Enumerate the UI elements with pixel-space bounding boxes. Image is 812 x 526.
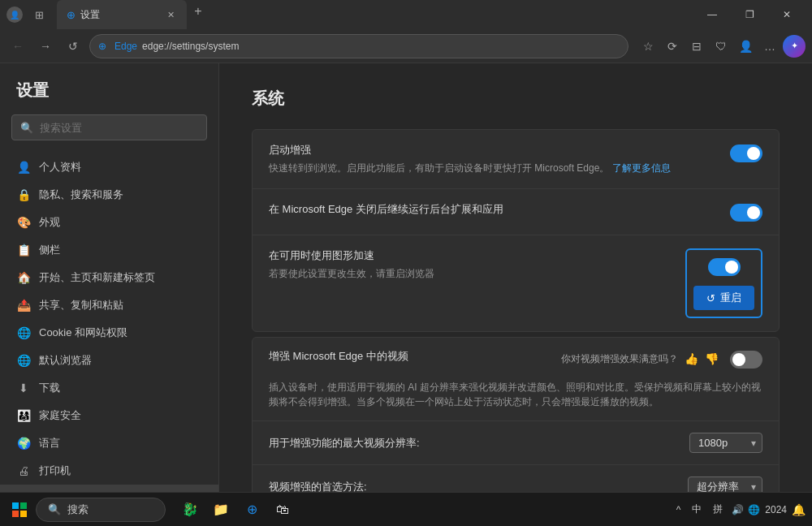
back-button[interactable]: ← bbox=[6, 35, 29, 58]
taskbar-app-explorer[interactable]: 📁 bbox=[206, 495, 235, 524]
taskbar-app-edge[interactable]: ⊕ bbox=[237, 495, 266, 524]
gpu-info: 在可用时使用图形加速 若要使此设置更改生效，请重启浏览器 bbox=[269, 248, 676, 281]
sidebar-icon-6: 🌐 bbox=[16, 326, 31, 340]
search-input[interactable] bbox=[40, 122, 198, 134]
sidebar-label-8: 下载 bbox=[39, 381, 60, 395]
gpu-toggle-restart: ↺ 重启 bbox=[685, 248, 762, 318]
speaker-icon[interactable]: 🔊 bbox=[731, 503, 744, 516]
title-bar-left: 👤 ⊞ bbox=[6, 3, 50, 26]
sidebar-item-10[interactable]: 🌍语言 bbox=[0, 429, 218, 457]
minimize-button[interactable]: — bbox=[693, 0, 731, 29]
sidebar-label-5: 共享、复制和粘贴 bbox=[39, 298, 123, 313]
thumbs-up-icon[interactable]: 👍 bbox=[685, 352, 698, 365]
close-button[interactable]: ✕ bbox=[768, 0, 806, 29]
extensions-icon[interactable]: ⊞ bbox=[28, 3, 50, 26]
address-input-wrapper[interactable]: ⊕ Edge edge://settings/system bbox=[89, 34, 628, 58]
video-header: 增强 Microsoft Edge 中的视频 你对视频增强效果满意吗？ 👍 👎 bbox=[253, 338, 779, 380]
sidebar-item-5[interactable]: 📤共享、复制和粘贴 bbox=[0, 291, 218, 319]
taskbar-apps: 🐉 📁 ⊕ 🛍 bbox=[175, 495, 297, 524]
browser-essentials-icon[interactable]: 🛡 bbox=[710, 35, 732, 58]
avatar[interactable]: 👤 bbox=[6, 6, 23, 23]
sidebar-item-8[interactable]: ⬇下载 bbox=[0, 374, 218, 402]
restart-button[interactable]: ↺ 重启 bbox=[693, 286, 754, 310]
copilot-button[interactable]: ✦ bbox=[783, 35, 806, 58]
video-enhance-toggle[interactable] bbox=[730, 351, 762, 369]
sidebar-items: 👤个人资料🔒隐私、搜索和服务🎨外观📋侧栏🏠开始、主页和新建标签页📤共享、复制和粘… bbox=[0, 153, 218, 526]
sidebar-icon-5: 📤 bbox=[16, 298, 31, 313]
sidebar-icon-2: 🎨 bbox=[16, 215, 31, 230]
settings-tab[interactable]: ⊕ 设置 ✕ bbox=[57, 0, 187, 29]
system-icons: 🔊 🌐 bbox=[731, 503, 760, 516]
network-icon[interactable]: 🌐 bbox=[747, 503, 760, 516]
svg-rect-2 bbox=[12, 511, 19, 517]
taskbar-right: ^ 中 拼 🔊 🌐 2024 🔔 bbox=[673, 501, 806, 518]
video-desc: 插入设备时，使用适用于视频的 AI 超分辨率来强化视频并改进颜色、照明和对比度。… bbox=[253, 380, 779, 420]
sidebar-item-6[interactable]: 🌐Cookie 和网站权限 bbox=[0, 319, 218, 347]
background-apps-label: 在 Microsoft Edge 关闭后继续运行后台扩展和应用 bbox=[269, 202, 720, 217]
sidebar-label-2: 外观 bbox=[39, 215, 60, 230]
search-box[interactable]: 🔍 bbox=[11, 114, 207, 140]
star-icon[interactable]: ☆ bbox=[637, 35, 659, 58]
satisfaction-text: 你对视频增强效果满意吗？ bbox=[561, 352, 678, 366]
background-apps-info: 在 Microsoft Edge 关闭后继续运行后台扩展和应用 bbox=[269, 202, 720, 220]
video-satisfaction: 你对视频增强效果满意吗？ 👍 👎 bbox=[561, 349, 762, 369]
taskbar-app-widget[interactable]: 🐉 bbox=[175, 495, 205, 524]
learn-more-link[interactable]: 了解更多信息 bbox=[612, 162, 671, 174]
edge-logo-icon: ⊕ bbox=[98, 41, 106, 52]
taskbar-search-icon: 🔍 bbox=[48, 503, 61, 515]
gpu-desc: 若要使此设置更改生效，请重启浏览器 bbox=[269, 266, 676, 281]
collections-icon[interactable]: ⟳ bbox=[661, 35, 684, 58]
new-tab-button[interactable]: + bbox=[187, 0, 209, 23]
thumbs-down-icon[interactable]: 👎 bbox=[705, 352, 719, 365]
sidebar-item-1[interactable]: 🔒隐私、搜索和服务 bbox=[0, 181, 218, 209]
forward-button[interactable]: → bbox=[34, 35, 57, 58]
taskbar: 🔍 搜索 🐉 📁 ⊕ 🛍 ^ 中 拼 🔊 🌐 2024 🔔 bbox=[0, 492, 812, 526]
sidebar-title: 设置 bbox=[0, 80, 218, 114]
sidebar-label-4: 开始、主页和新建标签页 bbox=[39, 270, 155, 285]
profile-icon[interactable]: 👤 bbox=[734, 35, 757, 58]
main-layout: 设置 🔍 👤个人资料🔒隐私、搜索和服务🎨外观📋侧栏🏠开始、主页和新建标签页📤共享… bbox=[0, 63, 812, 526]
more-tools-icon[interactable]: … bbox=[758, 35, 781, 58]
notification-bell[interactable]: 🔔 bbox=[792, 503, 806, 516]
sidebar-label-7: 默认浏览器 bbox=[39, 353, 92, 368]
sidebar-icon-11: 🖨 bbox=[16, 463, 31, 478]
sidebar-item-7[interactable]: 🌐默认浏览器 bbox=[0, 347, 218, 374]
start-button[interactable] bbox=[6, 497, 32, 523]
tab-label: 设置 bbox=[80, 8, 100, 22]
maximize-button[interactable]: ❐ bbox=[731, 0, 768, 29]
split-screen-icon[interactable]: ⊟ bbox=[685, 35, 708, 58]
taskbar-search[interactable]: 🔍 搜索 bbox=[36, 498, 166, 522]
sidebar-item-3[interactable]: 📋侧栏 bbox=[0, 236, 218, 264]
sidebar-item-4[interactable]: 🏠开始、主页和新建标签页 bbox=[0, 264, 218, 291]
tab-close-button[interactable]: ✕ bbox=[164, 8, 177, 21]
refresh-button[interactable]: ↺ bbox=[62, 35, 84, 58]
gpu-toggle[interactable] bbox=[708, 258, 741, 276]
toolbar-icons: ☆ ⟳ ⊟ 🛡 👤 … ✦ bbox=[637, 35, 806, 58]
startup-boost-toggle[interactable] bbox=[730, 144, 762, 162]
sidebar-item-0[interactable]: 👤个人资料 bbox=[0, 153, 218, 181]
max-res-label: 用于增强功能的最大视频分辨率: bbox=[269, 436, 680, 451]
max-res-select[interactable]: 720p 1080p 1440p 4K bbox=[689, 433, 762, 453]
max-res-row: 用于增强功能的最大视频分辨率: 720p 1080p 1440p 4K bbox=[253, 420, 779, 464]
taskbar-search-placeholder: 搜索 bbox=[67, 502, 89, 517]
sidebar-item-2[interactable]: 🎨外观 bbox=[0, 209, 218, 236]
restart-icon: ↺ bbox=[706, 292, 715, 304]
sidebar-label-3: 侧栏 bbox=[39, 243, 60, 257]
edge-label: Edge bbox=[114, 41, 137, 52]
startup-boost-info: 启动增强 快速转到到浏览。启用此功能后，有助于启动设备时更快打开 Microso… bbox=[269, 143, 720, 175]
system-tray-expand[interactable]: ^ bbox=[673, 502, 685, 517]
title-bar: 👤 ⊞ ⊕ 设置 ✕ + — ❐ ✕ bbox=[0, 0, 812, 29]
sidebar-item-11[interactable]: 🖨打印机 bbox=[0, 457, 218, 485]
restart-label: 重启 bbox=[720, 291, 741, 305]
sidebar-item-9[interactable]: 👨‍👩‍👧家庭安全 bbox=[0, 402, 218, 429]
sidebar-icon-9: 👨‍👩‍👧 bbox=[16, 408, 31, 423]
taskbar-app-store[interactable]: 🛍 bbox=[268, 495, 297, 524]
taskbar-clock[interactable]: 2024 bbox=[765, 504, 787, 515]
sidebar-label-9: 家庭安全 bbox=[39, 408, 81, 423]
svg-rect-1 bbox=[20, 502, 27, 509]
input-method-zh[interactable]: 中 bbox=[689, 501, 705, 518]
settings-group-1: 启动增强 快速转到到浏览。启用此功能后，有助于启动设备时更快打开 Microso… bbox=[252, 129, 780, 332]
input-method-pin[interactable]: 拼 bbox=[710, 501, 726, 518]
background-apps-toggle[interactable] bbox=[730, 204, 762, 222]
startup-boost-desc: 快速转到到浏览。启用此功能后，有助于启动设备时更快打开 Microsoft Ed… bbox=[269, 161, 720, 175]
